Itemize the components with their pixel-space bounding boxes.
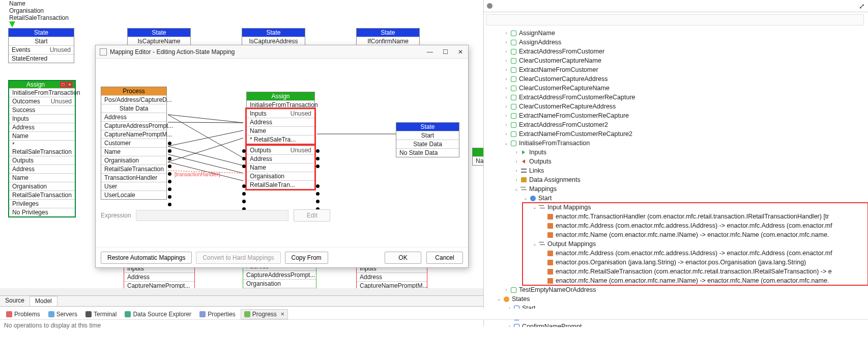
- gear-icon[interactable]: [487, 3, 493, 9]
- state-node[interactable]: State IfConfirmName: [356, 28, 420, 46]
- view-data-explorer[interactable]: Data Source Explorer: [122, 310, 194, 319]
- node-row[interactable]: RetailSaleTran...: [247, 180, 314, 189]
- port[interactable]: [168, 203, 171, 206]
- expand-icon[interactable]: ›: [506, 322, 512, 327]
- node-row[interactable]: Organisation: [101, 156, 166, 165]
- tree-item[interactable]: Links: [529, 166, 544, 175]
- close-button[interactable]: ✕: [457, 48, 464, 56]
- port[interactable]: [316, 200, 320, 203]
- tree-item[interactable]: ExtractNameFromCustomer: [519, 65, 598, 74]
- collapse-icon[interactable]: ⌄: [503, 139, 509, 148]
- port[interactable]: [316, 149, 320, 153]
- expand-icon[interactable]: ›: [503, 93, 509, 102]
- tree-item[interactable]: ClearCustomerReCaptureName: [519, 84, 610, 93]
- port[interactable]: [242, 200, 246, 203]
- assign-node[interactable]: Assign InitialiseFromTransaction InputsU…: [246, 92, 315, 189]
- node-row[interactable]: Address: [101, 113, 166, 121]
- tree-item[interactable]: ClearCustomerCaptureName: [519, 56, 601, 65]
- tree-item[interactable]: ExtractAddressFromCustomerReCapture: [519, 93, 635, 102]
- cancel-button[interactable]: Cancel: [426, 252, 463, 264]
- tree-item[interactable]: Data Assignments: [529, 175, 581, 184]
- expand-icon[interactable]: ›: [503, 56, 509, 65]
- tree-item[interactable]: ExtractNameFromCustomerReCapture2: [519, 129, 632, 139]
- port[interactable]: [168, 180, 171, 183]
- port[interactable]: [242, 149, 246, 153]
- tree-item[interactable]: ExtractNameFromCustomerReCapture: [519, 111, 629, 120]
- node-row[interactable]: Address: [247, 118, 314, 126]
- view-terminal[interactable]: Terminal: [82, 310, 120, 319]
- port[interactable]: [242, 192, 246, 196]
- close-view-icon[interactable]: ×: [281, 311, 284, 318]
- tree-item[interactable]: AssignAddress: [519, 38, 561, 47]
- tree-item[interactable]: enactor.mfc.Address (com.enactor.mfc.add…: [556, 221, 832, 230]
- tree-item[interactable]: TestEmptyNameOrAddress: [519, 285, 596, 294]
- expand-icon[interactable]: ›: [503, 47, 509, 56]
- node-row[interactable]: CaptureAddressPrompt...: [101, 121, 166, 130]
- expand-icon[interactable]: ›: [503, 84, 509, 93]
- restore-mappings-button[interactable]: Restore Automatic Mappings: [101, 252, 192, 264]
- tree-item[interactable]: Inputs: [529, 148, 546, 157]
- tree-item[interactable]: Mappings: [529, 184, 557, 194]
- tree-item[interactable]: enactor.mfc.Name (com.enactor.mfc.name.I…: [556, 276, 829, 285]
- node-row[interactable]: CaptureNamePromptM...: [101, 130, 166, 139]
- expand-icon[interactable]: ›: [513, 148, 519, 157]
- view-problems[interactable]: Problems: [3, 310, 43, 319]
- node-row[interactable]: Address: [247, 154, 314, 163]
- port[interactable]: [316, 192, 320, 196]
- state-node[interactable]: State Start State Data No State Data: [396, 122, 459, 157]
- tree-item[interactable]: Start: [538, 194, 552, 203]
- port[interactable]: [316, 157, 320, 160]
- port[interactable]: [168, 142, 171, 145]
- expand-icon[interactable]: ›: [503, 111, 509, 120]
- tree-item[interactable]: Outputs: [529, 157, 552, 166]
- expand-icon[interactable]: ›: [503, 29, 509, 38]
- node-row[interactable]: Organisation: [247, 172, 314, 180]
- outline-tree[interactable]: ›AssignName ›AssignAddress ›ExtractAddre…: [484, 28, 868, 327]
- tree-item[interactable]: ClearCustomerCaptureAddress: [519, 74, 607, 84]
- state-node-start[interactable]: State Start EventsUnused StateEntered: [8, 28, 74, 63]
- port[interactable]: [242, 184, 246, 188]
- port[interactable]: [168, 165, 171, 168]
- copy-from-button[interactable]: Copy From: [285, 252, 328, 264]
- tab-model[interactable]: Model: [30, 296, 57, 306]
- view-properties[interactable]: Properties: [196, 310, 239, 319]
- ok-button[interactable]: OK: [385, 252, 421, 264]
- state-node[interactable]: State IsCaptureName: [127, 28, 191, 46]
- port[interactable]: [168, 149, 171, 153]
- port[interactable]: [242, 157, 246, 160]
- expand-icon[interactable]: ›: [503, 65, 509, 74]
- expand-icon[interactable]: ›: [513, 175, 519, 184]
- collapse-icon[interactable]: ⌄: [523, 194, 529, 203]
- view-servers[interactable]: Servers: [45, 310, 80, 319]
- port[interactable]: [168, 172, 171, 176]
- tree-item[interactable]: enactor.mfc.TransactionHandler (com.enac…: [556, 212, 829, 221]
- expand-icon[interactable]: ›: [503, 74, 509, 84]
- expand-icon[interactable]: ›: [513, 166, 519, 175]
- tree-item[interactable]: ClearCustomerReCaptureAddress: [519, 102, 616, 111]
- expand-icon[interactable]: ›: [503, 102, 509, 111]
- expand-icon[interactable]: ›: [503, 285, 509, 294]
- view-progress[interactable]: Progress×: [241, 309, 288, 319]
- port[interactable]: [168, 187, 171, 191]
- port[interactable]: [168, 195, 171, 199]
- maximize-button[interactable]: ☐: [442, 48, 449, 56]
- node-row[interactable]: Customer: [101, 139, 166, 147]
- process-node[interactable]: Process Pos/Address/CaptureD... State Da…: [101, 87, 167, 200]
- node-row[interactable]: RetailSaleTransaction: [101, 165, 166, 173]
- port[interactable]: [168, 157, 171, 160]
- maximize-icon[interactable]: ⤢: [859, 2, 865, 10]
- node-row[interactable]: * RetailSaleTra...: [247, 135, 314, 144]
- tree-item[interactable]: ExtractAddressFromCustomer: [519, 47, 604, 56]
- expand-icon[interactable]: ›: [503, 120, 509, 129]
- port[interactable]: [316, 184, 320, 188]
- collapse-icon[interactable]: ⌄: [532, 203, 538, 212]
- node-row[interactable]: Name: [247, 163, 314, 172]
- node-row[interactable]: User: [101, 182, 166, 190]
- tree-item[interactable]: InitialiseFromTransaction: [519, 139, 590, 148]
- collapse-icon[interactable]: ⌄: [496, 294, 502, 304]
- collapse-icon[interactable]: ⌄: [532, 239, 538, 249]
- tree-item[interactable]: enactor.mfc.Address (com.enactor.mfc.add…: [556, 249, 832, 258]
- minimize-button[interactable]: —: [426, 48, 433, 56]
- tree-item[interactable]: AssignName: [519, 29, 555, 38]
- tree-item[interactable]: ConfirmNamePrompt: [522, 322, 582, 327]
